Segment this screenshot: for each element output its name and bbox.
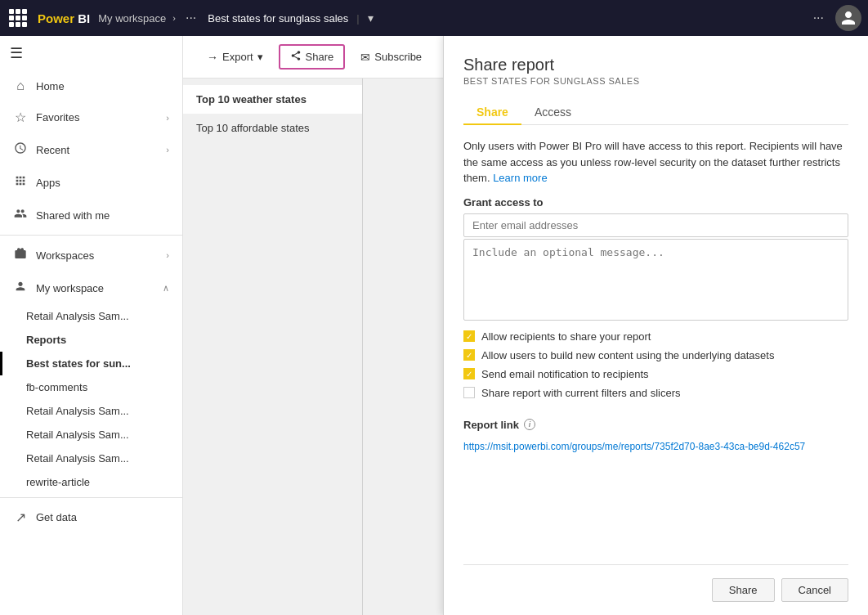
share-icon: [290, 50, 302, 64]
report-title: Best states for sunglass sales: [208, 12, 348, 25]
report-link-section: Report link i https://msit.powerbi.com/g…: [463, 419, 848, 457]
grant-access-label: Grant access to: [463, 196, 848, 209]
sidebar-divider-2: [0, 497, 182, 498]
page-item-affordable[interactable]: Top 10 affordable states: [183, 114, 362, 142]
workspaces-chevron: ›: [166, 250, 169, 260]
sidebar-item-shared[interactable]: Shared with me: [0, 199, 182, 231]
sidebar-sub-retail3[interactable]: Retail Analysis Sam...: [0, 423, 182, 447]
breadcrumb-chevron: ›: [172, 13, 176, 23]
sidebar-label-workspaces: Workspaces: [36, 249, 94, 262]
shared-icon: [13, 207, 28, 223]
sidebar-item-home[interactable]: ⌂ Home: [0, 70, 182, 101]
checkbox-send-email-label: Send email notification to recipients: [481, 368, 649, 380]
sidebar-item-myworkspace[interactable]: My workspace ∧: [0, 272, 182, 304]
checkmark-icon-2: ✓: [466, 351, 472, 360]
cancel-button[interactable]: Cancel: [781, 578, 848, 602]
pages-panel: Top 10 weather states Top 10 affordable …: [183, 79, 363, 615]
info-icon[interactable]: i: [524, 419, 535, 430]
checkbox-build-content[interactable]: ✓ Allow users to build new content using…: [463, 349, 848, 361]
info-text: Only users with Power BI Pro will have a…: [463, 138, 848, 186]
sidebar-label-shared: Shared with me: [36, 209, 110, 222]
recent-chevron: ›: [166, 145, 169, 155]
checkbox-allow-share-box[interactable]: ✓: [463, 330, 475, 342]
checkbox-send-email-box[interactable]: ✓: [463, 368, 475, 379]
main-layout: ☰ ⌂ Home ☆ Favorites › Recent › Apps: [0, 36, 868, 615]
export-label: Export: [222, 51, 253, 63]
main-content: → Export ▾ Share ✉ Subscribe Top 10 weat…: [183, 36, 868, 615]
sidebar-item-apps[interactable]: Apps: [0, 166, 182, 199]
checkbox-current-filters-box[interactable]: [463, 387, 475, 398]
content-row: Top 10 weather states Top 10 affordable …: [183, 79, 868, 615]
checkbox-current-filters-label: Share report with current filters and sl…: [481, 387, 680, 399]
favorites-icon: ☆: [13, 110, 28, 125]
tab-access[interactable]: Access: [521, 99, 584, 125]
sidebar-item-workspaces[interactable]: Workspaces ›: [0, 239, 182, 272]
checkbox-current-filters[interactable]: Share report with current filters and sl…: [463, 387, 848, 399]
sidebar-divider-1: [0, 235, 182, 236]
sidebar-sub-fb[interactable]: fb-comments: [0, 375, 182, 399]
sidebar-sub-rewrite[interactable]: rewrite-article: [0, 470, 182, 494]
workspace-link[interactable]: My workspace: [98, 12, 166, 25]
panel-tabs: Share Access: [463, 99, 848, 125]
sidebar-label-home: Home: [36, 80, 65, 92]
checkbox-build-content-box[interactable]: ✓: [463, 349, 475, 361]
checkmark-icon: ✓: [466, 332, 472, 341]
sidebar-item-getdata[interactable]: ↗ Get data: [0, 501, 182, 533]
title-pipe: |: [356, 12, 359, 25]
checkmark-icon-3: ✓: [466, 370, 472, 379]
export-button[interactable]: → Export ▾: [196, 46, 274, 69]
subscribe-label: Subscribe: [374, 51, 422, 63]
share-button[interactable]: Share: [279, 44, 346, 70]
myworkspace-chevron: ∧: [163, 283, 169, 294]
waffle-icon: [9, 9, 27, 27]
sidebar-sub-retail4[interactable]: Retail Analysis Sam...: [0, 447, 182, 470]
waffle-button[interactable]: [7, 7, 29, 29]
report-link-label: Report link i: [463, 419, 848, 431]
share-label: Share: [306, 51, 334, 63]
topbar: Power BI My workspace › ··· Best states …: [0, 0, 868, 36]
topbar-more-dots[interactable]: ···: [186, 11, 196, 25]
sidebar-item-favorites[interactable]: ☆ Favorites ›: [0, 101, 182, 133]
subscribe-icon: ✉: [360, 51, 370, 64]
subscribe-button[interactable]: ✉ Subscribe: [350, 46, 432, 69]
share-panel: Share report BEST STATES FOR SUNGLASS SA…: [443, 79, 868, 615]
sidebar-sub-retail2[interactable]: Retail Analysis Sam...: [0, 399, 182, 423]
home-icon: ⌂: [13, 79, 28, 93]
sidebar-label-recent: Recent: [36, 144, 69, 156]
panel-footer: Share Cancel: [463, 564, 848, 602]
email-input[interactable]: [463, 213, 848, 237]
learn-more-link[interactable]: Learn more: [493, 172, 547, 184]
report-link-url: https://msit.powerbi.com/groups/me/repor…: [463, 436, 848, 457]
sidebar-sub-best-states[interactable]: Best states for sun...: [0, 352, 182, 375]
apps-icon: [13, 174, 28, 191]
sidebar-label-myworkspace: My workspace: [36, 282, 104, 294]
checkbox-build-content-label: Allow users to build new content using t…: [481, 349, 774, 361]
sidebar-item-recent[interactable]: Recent ›: [0, 133, 182, 166]
myworkspace-icon: [13, 280, 28, 296]
checkbox-send-email[interactable]: ✓ Send email notification to recipients: [463, 368, 848, 380]
export-caret: ▾: [257, 51, 263, 63]
sidebar-toggle[interactable]: ☰: [0, 36, 182, 70]
sidebar: ☰ ⌂ Home ☆ Favorites › Recent › Apps: [0, 36, 183, 615]
sidebar-label-favorites: Favorites: [36, 111, 79, 123]
share-submit-button[interactable]: Share: [712, 578, 775, 602]
checkbox-allow-share-label: Allow recipients to share your report: [481, 330, 651, 343]
tab-share[interactable]: Share: [463, 99, 521, 125]
report-dropdown-caret[interactable]: ▾: [368, 11, 374, 25]
topbar-right: ···: [810, 5, 861, 31]
sidebar-reports-label: Reports: [0, 328, 182, 352]
favorites-chevron: ›: [166, 113, 169, 123]
sidebar-sub-retail1[interactable]: Retail Analysis Sam...: [0, 304, 182, 328]
page-item-weather[interactable]: Top 10 weather states: [183, 85, 362, 114]
message-textarea[interactable]: [463, 239, 848, 321]
avatar[interactable]: [835, 5, 861, 31]
getdata-icon: ↗: [13, 510, 28, 525]
checkbox-allow-share[interactable]: ✓ Allow recipients to share your report: [463, 330, 848, 343]
export-icon: →: [207, 51, 218, 64]
topbar-options[interactable]: ···: [813, 11, 824, 25]
sidebar-label-apps: Apps: [36, 177, 60, 189]
app-logo: Power BI: [38, 11, 90, 25]
sidebar-label-getdata: Get data: [36, 511, 77, 523]
recent-icon: [13, 141, 28, 158]
share-panel-subtitle: BEST STATES FOR SUNGLASS SALES: [463, 79, 848, 86]
